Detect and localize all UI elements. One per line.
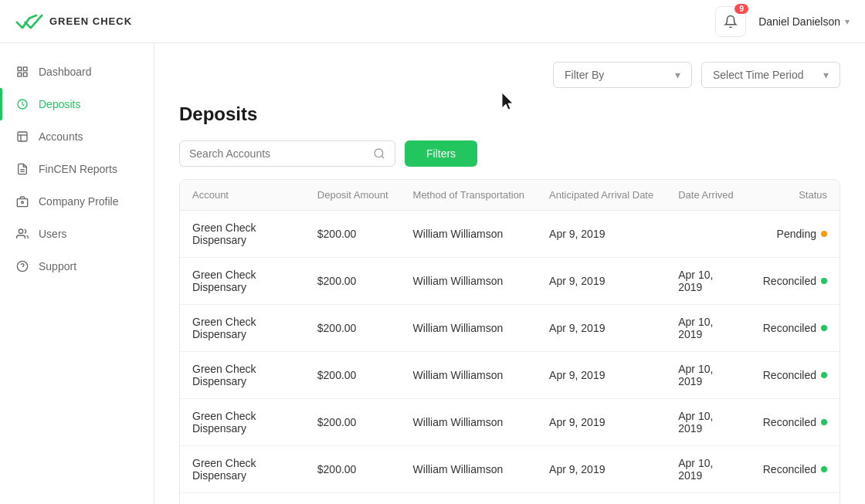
cell-method: William Williamson	[401, 211, 538, 258]
sidebar-item-company-profile[interactable]: Company Profile	[0, 185, 154, 218]
user-area[interactable]: Daniel Danielson ▾	[758, 15, 850, 28]
cell-anticipated: Apr 9, 2019	[537, 446, 666, 493]
filters-button[interactable]: Filters	[405, 140, 477, 167]
cell-account: Green Check Dispensary	[180, 211, 305, 258]
deposits-table-container: Account Deposit Amount Method of Transpo…	[179, 179, 840, 504]
accounts-icon	[15, 130, 29, 144]
col-header-arrived: Date Arrived	[666, 180, 751, 211]
status-text: Pending	[777, 228, 816, 240]
notification-button[interactable]: 9	[715, 6, 746, 37]
cell-method: William Williamson	[401, 399, 538, 446]
filter-chevron-icon: ▾	[675, 69, 680, 81]
sidebar-label-accounts: Accounts	[39, 130, 83, 143]
cell-account: Green Check Dispensary	[180, 493, 305, 505]
header-right: 9 Daniel Danielson ▾	[715, 6, 850, 37]
time-period-chevron-icon: ▾	[823, 69, 829, 81]
filter-by-label: Filter By	[565, 69, 604, 81]
sidebar: Dashboard Deposits Accounts	[0, 43, 154, 504]
sidebar-label-dashboard: Dashboard	[39, 66, 92, 78]
table-row: Green Check Dispensary $200.00 William W…	[180, 258, 840, 305]
logo-icon	[15, 12, 43, 31]
cell-arrived: Apr 10, 2019	[666, 258, 751, 305]
table-row: Green Check Dispensary $200.00 William W…	[180, 352, 840, 399]
logo-text: GREEN CHECK	[49, 15, 132, 27]
svg-line-16	[382, 156, 384, 158]
main-content: Filter By ▾ Select Time Period ▾ Deposit…	[154, 43, 865, 504]
status-text: Reconciled	[763, 463, 816, 475]
status-text: Reconciled	[763, 275, 816, 287]
status-dot	[821, 419, 827, 425]
sidebar-item-users[interactable]: Users	[0, 218, 154, 250]
sidebar-label-support: Support	[39, 260, 76, 272]
users-icon	[15, 227, 29, 241]
cell-status: Reconciled	[751, 399, 840, 446]
col-header-anticipated: Anticipated Arrival Date	[537, 180, 666, 211]
search-input[interactable]	[189, 147, 367, 160]
search-filter-row: Filters	[179, 140, 840, 167]
search-box[interactable]	[179, 140, 395, 167]
time-period-label: Select Time Period	[713, 69, 804, 81]
sidebar-label-company-profile: Company Profile	[39, 195, 119, 208]
status-dot	[821, 278, 827, 284]
status-text: Reconciled	[763, 322, 816, 334]
status-dot	[821, 372, 827, 378]
deposits-table: Account Deposit Amount Method of Transpo…	[180, 180, 840, 504]
user-name: Daniel Danielson	[758, 15, 840, 28]
cell-arrived: Apr 10, 2019	[666, 305, 751, 352]
cell-status: Reconciled	[751, 352, 840, 399]
svg-point-11	[22, 201, 24, 204]
sidebar-item-support[interactable]: Support	[0, 250, 154, 282]
sidebar-item-accounts[interactable]: Accounts	[0, 120, 154, 153]
cell-deposit-amount: $200.00	[305, 258, 401, 305]
cell-anticipated: Apr 9, 2019	[537, 258, 666, 305]
cell-anticipated: Apr 9, 2019	[537, 352, 666, 399]
svg-rect-3	[23, 73, 27, 76]
cell-deposit-amount: $200.00	[305, 493, 401, 505]
status-dot	[821, 466, 827, 472]
col-header-status: Status	[751, 180, 840, 211]
app-layout: Dashboard Deposits Accounts	[0, 43, 865, 504]
time-period-select[interactable]: Select Time Period ▾	[701, 62, 840, 88]
bell-icon	[724, 15, 738, 29]
search-icon	[373, 147, 385, 160]
cell-anticipated: Apr 9, 2019	[537, 493, 666, 505]
logo-area: GREEN CHECK	[15, 12, 170, 31]
cell-status: Reconciled	[751, 493, 840, 505]
table-row: Green Check Dispensary $200.00 William W…	[180, 399, 840, 446]
svg-rect-1	[23, 67, 27, 71]
cell-anticipated: Apr 9, 2019	[537, 211, 666, 258]
notification-badge: 9	[734, 4, 748, 14]
filter-by-select[interactable]: Filter By ▾	[553, 62, 692, 88]
deposits-icon	[15, 97, 29, 111]
table-header-row: Account Deposit Amount Method of Transpo…	[180, 180, 840, 211]
sidebar-item-deposits[interactable]: Deposits	[0, 88, 154, 120]
cell-method: William Williamson	[401, 493, 538, 505]
cell-arrived: Apr 10, 2019	[666, 493, 751, 505]
cell-arrived: Apr 10, 2019	[666, 399, 751, 446]
cell-status: Reconciled	[751, 258, 840, 305]
svg-rect-10	[17, 199, 27, 207]
svg-rect-5	[18, 132, 27, 141]
table-row: Green Check Dispensary $200.00 William W…	[180, 446, 840, 493]
table-body: Green Check Dispensary $200.00 William W…	[180, 211, 840, 505]
cell-account: Green Check Dispensary	[180, 258, 305, 305]
page-title: Deposits	[179, 103, 840, 125]
filter-bar: Filter By ▾ Select Time Period ▾	[179, 62, 840, 88]
cell-status: Pending	[751, 211, 840, 258]
table-row: Green Check Dispensary $200.00 William W…	[180, 211, 840, 258]
col-header-method: Method of Transportation	[401, 180, 538, 211]
sidebar-item-dashboard[interactable]: Dashboard	[0, 56, 154, 88]
cell-method: William Williamson	[401, 352, 538, 399]
status-text: Reconciled	[763, 369, 816, 381]
cell-arrived	[666, 211, 751, 258]
chevron-down-icon: ▾	[845, 16, 850, 27]
cell-status: Reconciled	[751, 446, 840, 493]
status-dot	[821, 231, 827, 237]
sidebar-item-fincen[interactable]: FinCEN Reports	[0, 153, 154, 185]
cell-anticipated: Apr 9, 2019	[537, 399, 666, 446]
dashboard-icon	[15, 65, 29, 79]
status-text: Reconciled	[763, 416, 816, 428]
cell-method: William Williamson	[401, 446, 538, 493]
status-dot	[821, 325, 827, 331]
col-header-account: Account	[180, 180, 305, 211]
